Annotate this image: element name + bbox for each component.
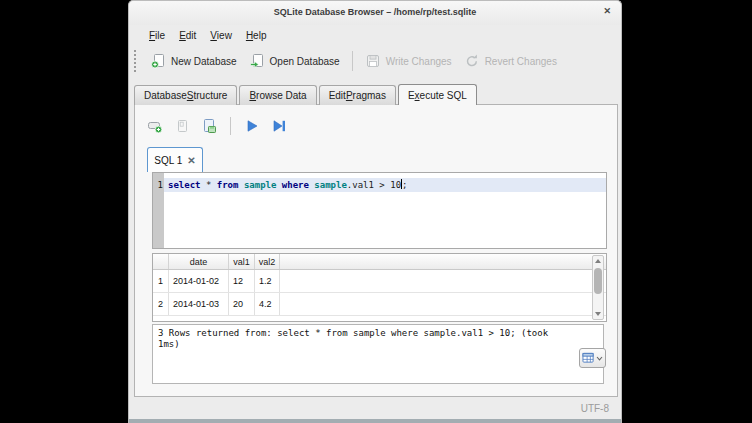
row-filler	[280, 293, 606, 315]
menu-view[interactable]: View	[203, 28, 239, 43]
window-title: SQLite Database Browser – /home/rp/test.…	[129, 7, 621, 17]
tab-edit-pragmas[interactable]: Edit Pragmas	[319, 85, 396, 105]
execute-sql-icon[interactable]	[244, 118, 260, 134]
tab-execute-sql[interactable]: Execute SQL	[398, 84, 477, 105]
val1-cell[interactable]: 12	[229, 270, 255, 292]
window-bottom-edge	[129, 419, 621, 423]
results-vertical-scrollbar[interactable]	[592, 255, 604, 320]
sql-1-tab-label: SQL 1	[154, 155, 182, 166]
table-row[interactable]: 2 2014-01-03 20 4.2	[153, 293, 606, 316]
menu-edit[interactable]: Edit	[172, 28, 203, 43]
sql-toolbar-separator	[230, 117, 231, 135]
menu-help[interactable]: Help	[239, 28, 274, 43]
toolbar-separator	[352, 51, 353, 71]
title-bar: SQLite Database Browser – /home/rp/test.…	[129, 1, 621, 25]
screen: SQLite Database Browser – /home/rp/test.…	[0, 0, 752, 423]
new-database-icon	[150, 53, 166, 69]
scrollbar-thumb[interactable]	[594, 268, 602, 294]
row-number-cell: 2	[153, 293, 169, 315]
open-database-button[interactable]: Open Database	[243, 50, 346, 72]
table-view-icon	[582, 352, 595, 364]
val2-cell[interactable]: 1.2	[255, 270, 280, 292]
open-database-icon	[249, 53, 265, 69]
menu-bar: File Edit View Help	[142, 25, 273, 45]
menu-file[interactable]: File	[142, 28, 172, 43]
date-cell[interactable]: 2014-01-03	[169, 293, 229, 315]
results-table: date val1 val2 1 2014-01-02 12 1.2 2 201…	[152, 253, 607, 322]
val2-cell[interactable]: 4.2	[255, 293, 280, 315]
main-toolbar: New Database Open Database Write Changes	[129, 45, 621, 77]
date-cell[interactable]: 2014-01-02	[169, 270, 229, 292]
sql-1-tab-close-icon[interactable]: ✕	[187, 155, 195, 166]
app-window: SQLite Database Browser – /home/rp/test.…	[128, 0, 622, 423]
result-message-text: 3 Rows returned from: select * from samp…	[158, 328, 560, 350]
row-number-cell: 1	[153, 270, 169, 292]
revert-changes-button[interactable]: Revert Changes	[458, 50, 563, 72]
scrollbar-up-arrow[interactable]	[593, 256, 603, 266]
scrollbar-down-arrow[interactable]	[593, 309, 603, 319]
main-tab-bar: Database Structure Browse Data Edit Prag…	[134, 85, 479, 105]
sql-1-tab[interactable]: SQL 1 ✕	[147, 147, 203, 172]
tab-database-structure[interactable]: Database Structure	[134, 85, 237, 105]
new-sql-tab-icon[interactable]	[147, 118, 163, 134]
editor-line-number: 1	[153, 178, 163, 192]
revert-changes-icon	[464, 53, 480, 69]
val1-cell[interactable]: 20	[229, 293, 255, 315]
header-row-number	[153, 254, 169, 269]
open-sql-file-icon[interactable]	[174, 118, 190, 134]
table-row[interactable]: 1 2014-01-02 12 1.2	[153, 270, 606, 293]
write-changes-icon	[365, 53, 381, 69]
new-database-button[interactable]: New Database	[144, 50, 243, 72]
encoding-label: UTF-8	[581, 403, 609, 414]
row-filler	[280, 270, 606, 292]
save-sql-file-icon[interactable]	[201, 118, 217, 134]
header-val1[interactable]: val1	[229, 254, 255, 269]
execute-sql-panel: SQL 1 ✕ 1 select * from sample where sam…	[134, 104, 618, 397]
results-view-dropdown-button[interactable]	[579, 348, 606, 368]
result-message-box[interactable]: 3 Rows returned from: select * from samp…	[152, 324, 604, 384]
window-close-icon[interactable]: ✕	[603, 6, 611, 16]
tab-browse-data[interactable]: Browse Data	[239, 85, 316, 105]
sql-toolbar	[147, 117, 287, 135]
sql-query-text: select * from sample where sample.val1 >…	[168, 178, 407, 192]
execute-current-line-icon[interactable]	[271, 118, 287, 134]
chevron-down-icon	[596, 356, 603, 361]
sql-editor[interactable]: 1 select * from sample where sample.val1…	[152, 172, 607, 249]
results-header-row: date val1 val2	[153, 254, 606, 270]
header-date[interactable]: date	[169, 254, 229, 269]
write-changes-button[interactable]: Write Changes	[359, 50, 458, 72]
toolbar-drag-handle[interactable]	[134, 50, 138, 72]
header-val2[interactable]: val2	[255, 254, 280, 269]
header-filler	[280, 254, 606, 269]
